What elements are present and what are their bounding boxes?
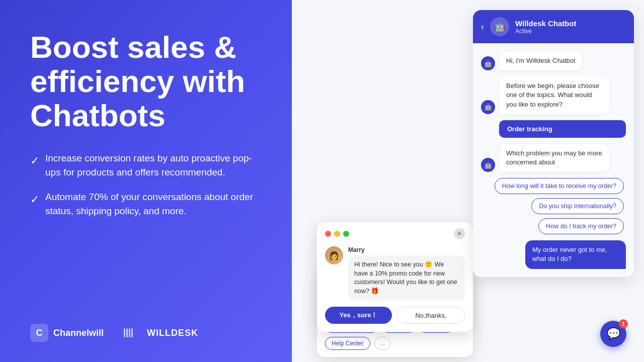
float-chat-button[interactable]: 💬 1 xyxy=(600,321,626,347)
bot-bubble-1: Hi, I'm Willdesk Chatbot xyxy=(499,51,583,70)
right-panel: ✕ 👩 Marry Hi there! Nice to see you 🙂 We… xyxy=(292,0,644,362)
feature-item-1: ✓ Increase conversion rates by auto proa… xyxy=(30,151,262,180)
chatbot-name: Willdesk Chatbot xyxy=(515,19,577,28)
chatbot-messages: 🤖 Hi, I'm Willdesk Chatbot 🤖 Before we b… xyxy=(473,43,634,277)
bot-bubble-3: Which problem you may be more concerned … xyxy=(499,144,610,172)
help-center-tag[interactable]: Help Center xyxy=(325,337,370,350)
minimize-dot xyxy=(334,231,340,237)
option-1[interactable]: How long will it take to receive my orde… xyxy=(495,178,624,194)
agent-name: Marry xyxy=(348,246,465,253)
option-2[interactable]: Do you ship internationally? xyxy=(531,198,624,214)
order-tracking-label: Order tracking xyxy=(507,125,552,133)
hero-title: Boost sales & efficiency with Chatbots xyxy=(30,30,262,133)
main-container: Boost sales & efficiency with Chatbots ✓… xyxy=(0,0,644,362)
bot-icon-3: 🤖 xyxy=(481,158,495,172)
bot-message-3: 🤖 Which problem you may be more concerne… xyxy=(481,144,626,172)
popup-actions: Yes，sure！ No,thanks. xyxy=(325,307,465,324)
chatbot-header: ‹ 🤖 Willdesk Chatbot Active xyxy=(473,10,634,43)
option-3-text: How do I track my order? xyxy=(546,223,616,230)
popup-body: 👩 Marry Hi there! Nice to see you 🙂 We h… xyxy=(317,239,473,332)
chatbot-back-button[interactable]: ‹ xyxy=(481,22,484,32)
close-dot xyxy=(325,231,331,237)
chatbot-info: Willdesk Chatbot Active xyxy=(515,19,577,35)
option-1-text: How long will it take to receive my orde… xyxy=(502,183,616,190)
chatbot-avatar-icon: 🤖 xyxy=(490,17,509,36)
bot-icon-2: 🤖 xyxy=(481,100,495,114)
brand-channelwill: C Channelwill xyxy=(30,324,104,342)
option-2-text: Do you ship internationally? xyxy=(539,203,616,210)
agent-avatar: 👩 xyxy=(325,246,343,264)
more-tags[interactable]: ... xyxy=(374,337,390,350)
channelwill-logo-icon: C xyxy=(30,324,48,342)
promo-message-bubble: Hi there! Nice to see you 🙂 We have a 10… xyxy=(348,255,465,301)
features-list: ✓ Increase conversion rates by auto proa… xyxy=(30,151,262,219)
willdesk-label: WILLDESK xyxy=(147,328,198,338)
left-panel: Boost sales & efficiency with Chatbots ✓… xyxy=(0,0,292,362)
agent-message-content: Marry Hi there! Nice to see you 🙂 We hav… xyxy=(348,246,465,301)
brand-willdesk: WILLDESK xyxy=(124,327,198,339)
close-popup-button[interactable]: ✕ xyxy=(454,228,465,239)
bot-text-3: Which problem you may be more concerned … xyxy=(506,149,602,166)
yes-button[interactable]: Yes，sure！ xyxy=(325,307,392,324)
bot-icon-1: 🤖 xyxy=(481,56,495,70)
check-icon-1: ✓ xyxy=(30,152,39,169)
bot-text-1: Hi, I'm Willdesk Chatbot xyxy=(506,57,576,64)
expand-dot xyxy=(343,231,349,237)
option-3[interactable]: How do I track my order? xyxy=(538,218,624,234)
promo-chat-popup: ✕ 👩 Marry Hi there! Nice to see you 🙂 We… xyxy=(317,222,473,332)
feature-text-2: Automate 70% of your conversations about… xyxy=(45,190,262,219)
window-controls xyxy=(325,231,349,237)
bot-text-2: Before we begin, please choose one of th… xyxy=(506,82,599,108)
order-tracking-action[interactable]: Order tracking xyxy=(499,120,626,138)
feature-text-1: Increase conversion rates by auto proact… xyxy=(45,151,262,180)
check-icon-2: ✓ xyxy=(30,191,39,208)
bot-message-2: 🤖 Before we begin, please choose one of … xyxy=(481,76,626,114)
channelwill-label: Channelwill xyxy=(53,328,104,338)
options-group: How long will it take to receive my orde… xyxy=(481,178,626,234)
chatbot-panel: ‹ 🤖 Willdesk Chatbot Active 🤖 Hi, I'm Wi… xyxy=(473,10,634,277)
willdesk-logo-icon xyxy=(124,327,142,339)
brands-row: C Channelwill WILLDESK xyxy=(30,324,262,342)
user-text: My order never got to me, what do I do? xyxy=(532,246,607,262)
chatbot-status: Active xyxy=(515,28,577,35)
user-bubble: My order never got to me, what do I do? xyxy=(525,240,626,268)
agent-message-row: 👩 Marry Hi there! Nice to see you 🙂 We h… xyxy=(325,246,465,301)
bot-bubble-2: Before we begin, please choose one of th… xyxy=(499,76,610,114)
user-message-row: My order never got to me, what do I do? xyxy=(481,240,626,268)
no-button[interactable]: No,thanks. xyxy=(397,307,465,324)
bot-message-1: 🤖 Hi, I'm Willdesk Chatbot xyxy=(481,51,626,70)
popup-header: ✕ xyxy=(317,222,473,239)
feature-item-2: ✓ Automate 70% of your conversations abo… xyxy=(30,190,262,219)
chat-notification-badge: 1 xyxy=(619,319,628,328)
